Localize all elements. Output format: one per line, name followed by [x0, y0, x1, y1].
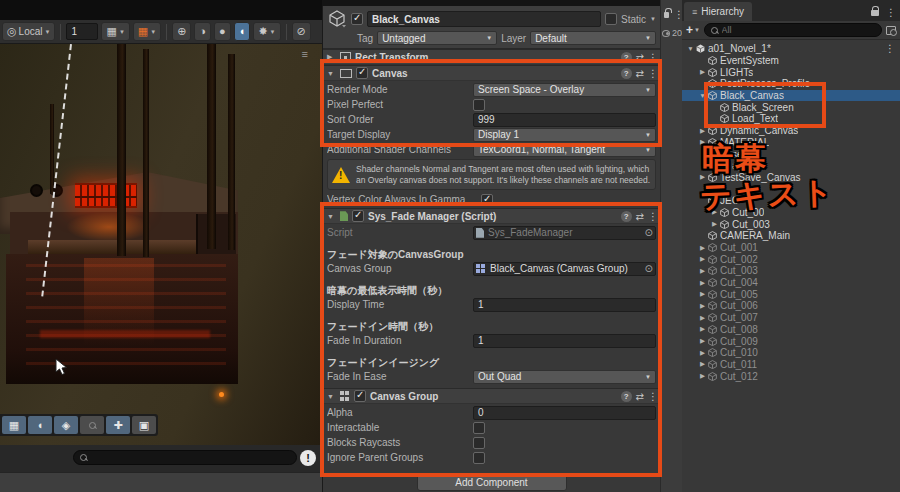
- kebab-menu-icon[interactable]: ⋮: [648, 52, 656, 63]
- console-search[interactable]: [73, 450, 297, 465]
- grid-visibility-button[interactable]: ▦ ▼: [101, 22, 129, 41]
- lighting-toggle-button[interactable]: ●: [214, 22, 231, 41]
- hierarchy-item-Black_Screen[interactable]: Black_Screen: [682, 101, 900, 113]
- add-component-button[interactable]: Add Component: [417, 474, 567, 491]
- hierarchy-item-Load_Text[interactable]: Load_Text: [682, 113, 900, 125]
- fade-in-duration-field[interactable]: 1: [473, 334, 656, 348]
- grid-size-input[interactable]: [66, 23, 98, 40]
- expand-arrow-icon[interactable]: ▶: [697, 279, 708, 287]
- hierarchy-item-Cut_002[interactable]: ▶Cut_002: [682, 253, 900, 265]
- preset-icon[interactable]: ⇄: [636, 391, 644, 402]
- kebab-menu-icon[interactable]: ⋮: [885, 43, 895, 54]
- hierarchy-item-Cut_010[interactable]: ▶Cut_010: [682, 347, 900, 359]
- canvas-enabled-checkbox[interactable]: [356, 67, 368, 79]
- hierarchy-search-input[interactable]: [722, 25, 875, 35]
- expand-arrow-icon[interactable]: ▶: [697, 255, 708, 263]
- expand-arrow-icon[interactable]: ▶: [709, 208, 720, 216]
- preset-icon[interactable]: ⇄: [636, 68, 644, 79]
- grid-snap-button[interactable]: ▦ ▼: [133, 22, 161, 41]
- hierarchy-item-set[interactable]: set: [682, 148, 900, 160]
- preset-icon[interactable]: ⇄: [636, 211, 644, 222]
- orbit-tool-button[interactable]: ⊕: [172, 22, 191, 41]
- sort-order-field[interactable]: 999: [473, 113, 656, 127]
- script-object-field[interactable]: Sys_FadeManager ⊙: [473, 226, 656, 240]
- fade-manager-header[interactable]: ▼ Sys_Fade Manager (Script) ? ⇄ ⋮: [323, 208, 660, 224]
- hierarchy-item-PostProcess_Profile[interactable]: PostProcess_Profile: [682, 78, 900, 90]
- gameobject-active-checkbox[interactable]: [351, 13, 363, 25]
- render-mode-dropdown[interactable]: Screen Space - Overlay ▼: [473, 83, 656, 97]
- audio-mute-button[interactable]: ⊘: [292, 22, 311, 41]
- shader-channels-dropdown[interactable]: TexCoord1, Normal, Tangent ▼: [473, 143, 656, 157]
- object-picker-icon[interactable]: ⊙: [645, 263, 653, 274]
- help-icon[interactable]: ?: [621, 211, 632, 222]
- picker-window-icon[interactable]: [886, 26, 896, 35]
- gameobject-name-input[interactable]: [367, 11, 601, 27]
- shading-mode-button[interactable]: ◑: [194, 22, 211, 41]
- scene-visibility-button[interactable]: ◖: [234, 22, 251, 41]
- hierarchy-item-row-12[interactable]: [682, 183, 900, 195]
- help-icon[interactable]: ?: [621, 391, 632, 402]
- hierarchy-item-Dynamic_Canvas[interactable]: ▶Dynamic_Canvas: [682, 125, 900, 137]
- expand-arrow-icon[interactable]: ▶: [697, 127, 708, 135]
- hierarchy-item-LIGHTs[interactable]: ▶LIGHTs: [682, 66, 900, 78]
- display-time-field[interactable]: 1: [473, 298, 656, 312]
- foldout-open-icon[interactable]: ▼: [327, 70, 336, 77]
- kebab-menu-icon[interactable]: ⋮: [886, 7, 894, 18]
- foldout-closed-icon[interactable]: ▶: [327, 53, 336, 61]
- console-warning-badge[interactable]: !: [300, 450, 316, 466]
- hierarchy-item-Black_Canvas[interactable]: ▼Black_Canvas: [682, 90, 900, 102]
- expand-arrow-icon[interactable]: ▶: [697, 290, 708, 298]
- effects-dropdown-button[interactable]: ✸ ▼: [253, 22, 280, 41]
- tag-dropdown[interactable]: Untagged ▼: [377, 31, 497, 45]
- foldout-open-icon[interactable]: ▼: [327, 213, 336, 220]
- expand-arrow-icon[interactable]: ▶: [697, 360, 708, 368]
- hierarchy-item-EventSystem[interactable]: EventSystem: [682, 55, 900, 67]
- pivot-orientation-button[interactable]: ◎ Local ▼: [2, 22, 55, 41]
- console-search-input[interactable]: [91, 453, 290, 463]
- static-checkbox[interactable]: [605, 13, 617, 25]
- hierarchy-item-Cut_003[interactable]: ▶Cut_003: [682, 265, 900, 277]
- hierarchy-item-Cut_008[interactable]: ▶Cut_008: [682, 324, 900, 336]
- move-overlay-button[interactable]: ✚: [106, 416, 130, 434]
- hierarchy-item-MATERIAL[interactable]: ▶MATERIAL: [682, 137, 900, 149]
- create-button[interactable]: + ▼: [686, 23, 700, 37]
- hierarchy-item-JEC[interactable]: JEC: [682, 195, 900, 207]
- target-display-dropdown[interactable]: Display 1 ▼: [473, 128, 656, 142]
- help-icon[interactable]: ?: [621, 68, 632, 79]
- expand-arrow-icon[interactable]: ▶: [697, 267, 708, 275]
- hierarchy-item-Cut_004[interactable]: ▶Cut_004: [682, 277, 900, 289]
- expand-arrow-icon[interactable]: ▶: [697, 68, 708, 76]
- hierarchy-item-Cut_001[interactable]: ▶Cut_001: [682, 242, 900, 254]
- expand-arrow-icon[interactable]: ▶: [709, 220, 720, 228]
- expand-arrow-icon[interactable]: ▶: [697, 244, 708, 252]
- gameobject-cube-icon[interactable]: [327, 10, 347, 28]
- hierarchy-item-Cut_009[interactable]: ▶Cut_009: [682, 335, 900, 347]
- hierarchy-item-Cut_012[interactable]: ▶Cut_012: [682, 370, 900, 382]
- hierarchy-item-Cut_011[interactable]: ▶Cut_011: [682, 359, 900, 371]
- expand-arrow-icon[interactable]: ▶: [697, 349, 708, 357]
- lock-icon[interactable]: [871, 10, 879, 16]
- layer-dropdown[interactable]: Default ▼: [530, 31, 656, 45]
- help-icon[interactable]: ?: [621, 52, 632, 63]
- expand-arrow-icon[interactable]: ▶: [697, 302, 708, 310]
- preset-icon[interactable]: ⇄: [636, 52, 644, 63]
- hierarchy-search[interactable]: [704, 23, 882, 37]
- expand-arrow-icon[interactable]: ▶: [697, 325, 708, 333]
- kebab-menu-icon[interactable]: ⋮: [648, 211, 656, 222]
- lock-icon[interactable]: [664, 12, 669, 18]
- fade-in-ease-dropdown[interactable]: Out Quad ▼: [473, 370, 656, 384]
- hierarchy-item-Cut_005[interactable]: ▶Cut_005: [682, 288, 900, 300]
- expand-arrow-icon[interactable]: ▶: [697, 138, 708, 146]
- overlay-menu-icon[interactable]: ≡: [302, 48, 308, 60]
- foldout-open-icon[interactable]: ▼: [327, 393, 336, 400]
- hierarchy-item-Cut_00[interactable]: ▶Cut_00: [682, 207, 900, 219]
- expand-arrow-icon[interactable]: ▶: [697, 337, 708, 345]
- hierarchy-item-TestSave_Canvas[interactable]: ▶TestSave_Canvas: [682, 172, 900, 184]
- pixel-perfect-checkbox[interactable]: [473, 99, 485, 111]
- static-dropdown-icon[interactable]: ▼: [650, 16, 656, 22]
- hierarchy-item-Cut_003[interactable]: ▶Cut_003: [682, 218, 900, 230]
- vertex-color-checkbox[interactable]: [481, 194, 493, 206]
- canvas-group-header[interactable]: ▼ Canvas Group ? ⇄ ⋮: [323, 388, 660, 404]
- object-picker-icon[interactable]: ⊙: [645, 227, 653, 238]
- hierarchy-item-Cut_007[interactable]: ▶Cut_007: [682, 312, 900, 324]
